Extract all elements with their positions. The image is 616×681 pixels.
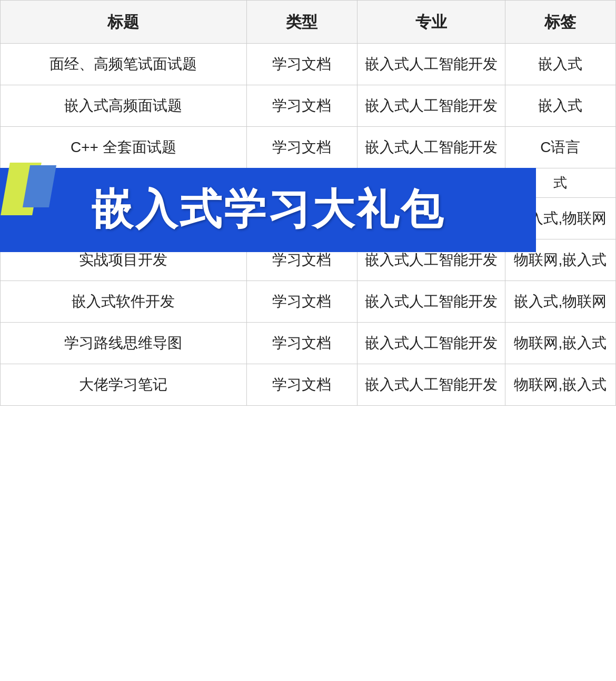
cell-2-2: 嵌入式人工智能开发 xyxy=(357,127,505,168)
banner-text: 嵌入式学习大礼包 xyxy=(70,171,466,249)
table-row: C++ 全套面试题学习文档嵌入式人工智能开发C语言 xyxy=(1,127,616,168)
table-row: 面经、高频笔试面试题学习文档嵌入式人工智能开发嵌入式 xyxy=(1,44,616,85)
cell-0-0: 面经、高频笔试面试题 xyxy=(1,44,247,85)
cell-2-1: 学习文档 xyxy=(246,127,357,168)
cell-8-0: 大佬学习笔记 xyxy=(1,364,247,406)
cell-8-3: 物联网,嵌入式 xyxy=(505,364,615,406)
table-header-row: 标题 类型 专业 标签 xyxy=(1,1,616,44)
cell-0-2: 嵌入式人工智能开发 xyxy=(357,44,505,85)
table-row: 学习路线思维导图学习文档嵌入式人工智能开发物联网,嵌入式 xyxy=(1,323,616,364)
table-row: 嵌入式高频面试题学习文档嵌入式人工智能开发嵌入式 xyxy=(1,85,616,127)
cell-7-1: 学习文档 xyxy=(246,323,357,364)
cell-2-3: C语言 xyxy=(505,127,615,168)
cell-6-1: 学习文档 xyxy=(246,281,357,323)
cell-0-3: 嵌入式 xyxy=(505,44,615,85)
cell-7-2: 嵌入式人工智能开发 xyxy=(357,323,505,364)
cell-8-1: 学习文档 xyxy=(246,364,357,406)
header-type: 类型 xyxy=(246,1,357,44)
cell-8-2: 嵌入式人工智能开发 xyxy=(357,364,505,406)
header-tag: 标签 xyxy=(505,1,615,44)
cell-2-0: C++ 全套面试题 xyxy=(1,127,247,168)
cell-6-3: 嵌入式,物联网 xyxy=(505,281,615,323)
cell-1-0: 嵌入式高频面试题 xyxy=(1,85,247,127)
cell-1-1: 学习文档 xyxy=(246,85,357,127)
cell-6-0: 嵌入式软件开发 xyxy=(1,281,247,323)
cell-1-2: 嵌入式人工智能开发 xyxy=(357,85,505,127)
cell-7-0: 学习路线思维导图 xyxy=(1,323,247,364)
cell-1-3: 嵌入式 xyxy=(505,85,615,127)
cell-0-1: 学习文档 xyxy=(246,44,357,85)
table-row: 大佬学习笔记学习文档嵌入式人工智能开发物联网,嵌入式 xyxy=(1,364,616,406)
header-major: 专业 xyxy=(357,1,505,44)
table-row: 嵌入式软件开发学习文档嵌入式人工智能开发嵌入式,物联网 xyxy=(1,281,616,323)
header-title: 标题 xyxy=(1,1,247,44)
cell-7-3: 物联网,嵌入式 xyxy=(505,323,615,364)
banner: 嵌入式学习大礼包 xyxy=(0,168,536,252)
cell-6-2: 嵌入式人工智能开发 xyxy=(357,281,505,323)
